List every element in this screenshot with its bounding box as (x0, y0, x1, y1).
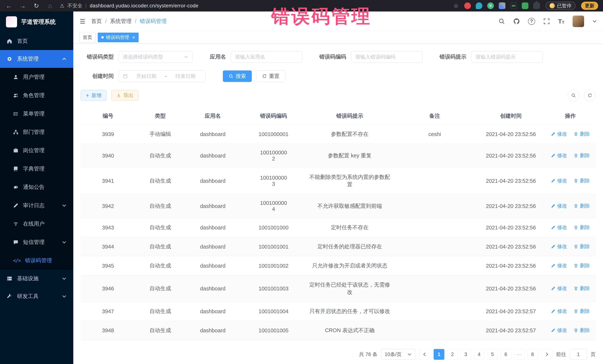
edit-link[interactable]: 修改 (551, 177, 567, 184)
sidebar-item-roles[interactable]: 角色管理 (0, 86, 73, 105)
date-range-picker[interactable]: 开始日期 - 结束日期 (118, 70, 206, 82)
error-type-select[interactable]: 请选择错误码类型 (118, 51, 193, 63)
breadcrumb-system[interactable]: 系统管理 (110, 18, 132, 25)
page-number-button[interactable]: 6 (500, 349, 511, 360)
sidebar-item-sms[interactable]: 短信管理 (0, 233, 73, 251)
sidebar-item-positions[interactable]: 岗位管理 (0, 141, 73, 160)
edit-link[interactable]: 修改 (551, 131, 567, 137)
extension-icon-proxy[interactable]: on (510, 2, 517, 9)
edit-link[interactable]: 修改 (551, 243, 567, 250)
prev-page-button[interactable] (419, 349, 430, 360)
extensions-menu-icon[interactable] (533, 2, 540, 9)
edit-link[interactable]: 修改 (551, 262, 567, 269)
browser-home-icon[interactable]: ⌂ (46, 2, 54, 10)
sidebar-item-system[interactable]: 系统管理 (0, 50, 73, 68)
error-code-input[interactable] (355, 54, 418, 60)
delete-link[interactable]: 删除 (573, 177, 590, 184)
page-size-select[interactable]: 10条/页 (381, 349, 416, 360)
active-dot-icon (101, 36, 104, 39)
link-label: 修改 (557, 285, 567, 292)
search-button[interactable]: 搜索 (223, 70, 252, 82)
user-avatar[interactable] (573, 16, 584, 27)
vue-devtools-icon[interactable]: V (487, 2, 494, 9)
trash-icon (573, 263, 578, 268)
browser-update-button[interactable]: 更新 (581, 2, 598, 10)
edit-link[interactable]: 修改 (551, 224, 567, 231)
cell-type: 自动生成 (135, 276, 185, 302)
page-number-button[interactable]: 2 (447, 349, 458, 360)
help-icon[interactable]: ? (528, 18, 535, 25)
sidebar-item-home[interactable]: 首页 (0, 32, 73, 50)
delete-link[interactable]: 删除 (573, 308, 590, 315)
cell-remark (393, 321, 477, 340)
users-icon (13, 93, 19, 98)
delete-link[interactable]: 删除 (573, 131, 590, 137)
browser-reload-icon[interactable]: ↻ (32, 2, 40, 10)
next-page-button[interactable] (542, 349, 552, 360)
error-message-input[interactable] (475, 54, 538, 60)
sidebar-item-audit-log[interactable]: 审计日志 (0, 196, 73, 215)
page-number-button[interactable]: 5 (487, 349, 498, 360)
sidebar-item-departments[interactable]: 部门管理 (0, 123, 73, 141)
sidebar-item-error-code[interactable]: </> 错误码管理 (0, 251, 73, 270)
close-icon[interactable]: × (132, 35, 135, 40)
delete-link[interactable]: 删除 (573, 243, 590, 250)
search-icon[interactable] (498, 18, 505, 25)
breadcrumb-home[interactable]: 首页 (91, 18, 102, 25)
delete-link[interactable]: 删除 (573, 285, 590, 292)
sidebar-item-dictionary[interactable]: 字典管理 (0, 160, 73, 178)
edit-link[interactable]: 修改 (551, 203, 567, 209)
delete-link[interactable]: 删除 (573, 262, 590, 269)
edit-link[interactable]: 修改 (551, 327, 567, 334)
page-number-button[interactable]: ··· (514, 349, 524, 360)
address-bar[interactable]: ⚠ 不安全 | dashboard.yudao.iocoder.cn/syste… (60, 2, 448, 9)
cell-id: 3942 (81, 194, 135, 218)
browser-forward-icon[interactable]: → (19, 2, 27, 10)
add-button[interactable]: + 新增 (81, 90, 106, 101)
github-icon[interactable] (513, 18, 520, 25)
extension-icon-drop[interactable] (476, 2, 482, 9)
link-label: 删除 (580, 203, 590, 209)
page-number-button[interactable]: 8 (527, 349, 538, 360)
chevron-down-icon[interactable] (592, 19, 597, 24)
sidebar-item-online-users[interactable]: 在线用户 (0, 215, 73, 233)
page-number-button[interactable]: 4 (474, 349, 485, 360)
hamburger-icon[interactable] (79, 18, 86, 25)
tab-home[interactable]: 首页 (79, 33, 95, 42)
edit-link[interactable]: 修改 (551, 285, 567, 292)
toggle-search-button[interactable] (568, 90, 579, 101)
sidebar-item-devtools[interactable]: 研发工具 (0, 287, 73, 305)
tab-error-code[interactable]: 错误码管理 × (98, 33, 139, 42)
cell-app: dashboard (185, 218, 240, 237)
fullscreen-icon[interactable] (543, 18, 550, 25)
edit-link[interactable]: 修改 (551, 152, 567, 159)
font-size-icon[interactable]: TT (558, 18, 564, 24)
delete-link[interactable]: 删除 (573, 224, 590, 231)
pencil-icon (551, 244, 556, 249)
delete-link[interactable]: 删除 (573, 327, 590, 334)
link-label: 删除 (580, 285, 590, 292)
delete-link[interactable]: 删除 (573, 203, 590, 209)
sidebar-item-infrastructure[interactable]: 基础设施 (0, 270, 73, 287)
page-number-button[interactable]: 3 (460, 349, 471, 360)
sidebar-item-notices[interactable]: 通知公告 (0, 178, 73, 196)
extension-icon-grid[interactable] (499, 2, 505, 9)
delete-link[interactable]: 删除 (573, 152, 590, 159)
app-name-input[interactable] (235, 54, 298, 60)
refresh-table-button[interactable] (584, 90, 596, 101)
cell-type: 自动生成 (135, 302, 185, 321)
page-number-button[interactable]: 1 (434, 349, 444, 360)
bookmark-star-icon[interactable]: ☆ (453, 2, 459, 9)
extension-icon-red[interactable] (464, 2, 471, 9)
sidebar-item-users[interactable]: 用户管理 (0, 68, 73, 86)
browser-back-icon[interactable]: ← (5, 2, 13, 10)
extension-icon-green[interactable] (522, 2, 528, 9)
column-header: 操作 (545, 108, 596, 125)
sidebar-item-menus[interactable]: 菜单管理 (0, 105, 73, 123)
edit-link[interactable]: 修改 (551, 308, 567, 315)
cell-type: 手动编辑 (135, 125, 185, 144)
goto-page-input[interactable] (570, 349, 587, 360)
export-button[interactable]: 导出 (111, 90, 139, 101)
reset-button[interactable]: 重置 (256, 70, 285, 82)
profile-paused-pill[interactable]: 已暂停 (545, 2, 576, 10)
